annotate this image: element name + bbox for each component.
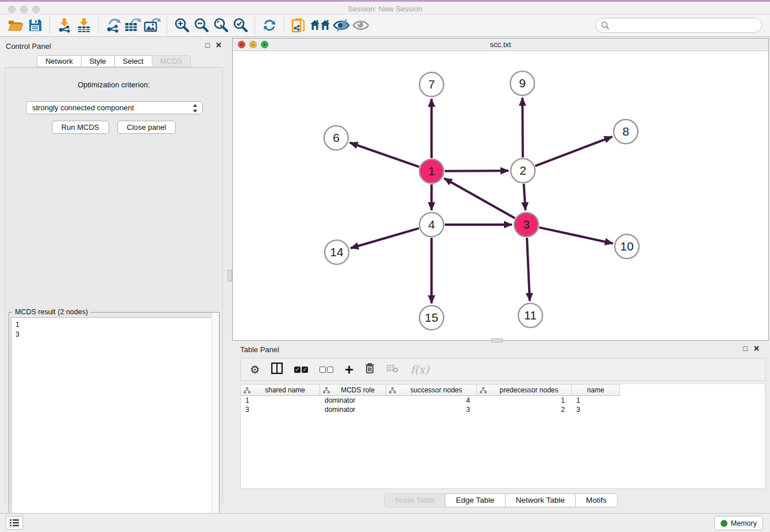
table-row[interactable]: 3 dominator 3 2 3 bbox=[241, 405, 765, 414]
mcds-panel: Optimization criterion: strongly connect… bbox=[5, 67, 223, 503]
duplicate-network-icon[interactable] bbox=[289, 16, 309, 34]
zoom-selected-icon[interactable] bbox=[230, 16, 250, 34]
graph-node-label-10: 10 bbox=[620, 240, 633, 253]
task-history-button[interactable] bbox=[6, 516, 23, 530]
tab-motifs[interactable]: Motifs bbox=[575, 494, 618, 507]
toolbar-separator bbox=[284, 17, 284, 34]
memory-button[interactable]: Memory bbox=[714, 516, 763, 530]
graph-edge-1-2[interactable] bbox=[445, 171, 509, 171]
run-mcds-button[interactable]: Run MCDS bbox=[52, 121, 109, 134]
graph-node-label-1: 1 bbox=[428, 164, 435, 178]
graph-node-label-9: 9 bbox=[519, 76, 526, 90]
search-field[interactable] bbox=[595, 18, 762, 33]
toolbar-separator bbox=[98, 17, 99, 34]
graph-edge-2-8[interactable] bbox=[536, 137, 613, 166]
toolbar-separator bbox=[49, 17, 50, 34]
open-session-icon[interactable] bbox=[6, 16, 25, 34]
graph-node-label-4: 4 bbox=[428, 218, 435, 231]
select-all-columns-icon[interactable]: ✓✓ bbox=[294, 367, 308, 373]
settings-gear-icon[interactable]: ⚙ bbox=[250, 363, 260, 376]
result-scrollbar[interactable] bbox=[211, 313, 219, 529]
show-columns-icon[interactable] bbox=[271, 363, 283, 376]
toolbar-separator bbox=[255, 17, 255, 34]
table-row[interactable]: 1 dominator 4 1 1 bbox=[241, 396, 765, 405]
close-panel-icon[interactable]: ✕ bbox=[215, 41, 222, 49]
first-neighbors-icon[interactable] bbox=[309, 16, 332, 34]
table-panel: Table Panel □ ✕ ⚙ ✓✓ + f(x) bbox=[232, 343, 770, 511]
tab-edge-table[interactable]: Edge Table bbox=[445, 494, 505, 507]
graph-edge-3-1[interactable] bbox=[444, 178, 515, 218]
hierarchy-icon bbox=[323, 387, 330, 394]
column-header-successor-nodes[interactable]: successor nodes bbox=[386, 384, 477, 396]
node-table[interactable]: shared name MCDS role successor nodes pr… bbox=[240, 384, 765, 489]
zoom-fit-icon[interactable] bbox=[211, 16, 230, 34]
network-view-window: ✕ − + scc.txt 7968124314101511 bbox=[232, 38, 769, 341]
graph-node-label-7: 7 bbox=[428, 78, 435, 91]
divider-grip-horizontal[interactable] bbox=[491, 338, 503, 342]
criterion-dropdown[interactable]: strongly connected component bbox=[26, 101, 203, 114]
hide-selected-icon[interactable] bbox=[332, 16, 351, 34]
network-window-titlebar[interactable]: ✕ − + scc.txt bbox=[233, 38, 768, 51]
show-all-icon[interactable] bbox=[351, 16, 371, 34]
divider-grip[interactable] bbox=[228, 270, 232, 282]
hierarchy-icon bbox=[480, 387, 487, 394]
network-canvas[interactable]: 7968124314101511 bbox=[233, 51, 768, 340]
add-column-icon[interactable]: + bbox=[345, 364, 353, 375]
table-header-row: shared name MCDS role successor nodes pr… bbox=[241, 384, 765, 396]
network-window-title: scc.txt bbox=[233, 40, 768, 49]
toolbar-separator bbox=[167, 17, 167, 34]
export-network-icon[interactable] bbox=[103, 16, 123, 34]
mcds-result-title: MCDS result (2 nodes) bbox=[13, 308, 90, 316]
status-bar: Memory bbox=[0, 513, 770, 532]
tab-network[interactable]: Network bbox=[37, 55, 81, 67]
zoom-out-icon[interactable] bbox=[191, 16, 211, 34]
column-header-mcds-role[interactable]: MCDS role bbox=[320, 384, 386, 396]
table-panel-title: Table Panel bbox=[240, 345, 279, 354]
close-panel-button[interactable]: Close panel bbox=[117, 121, 176, 134]
delete-table-icon bbox=[386, 364, 399, 375]
column-header-name[interactable]: name bbox=[572, 384, 620, 396]
delete-columns-icon[interactable] bbox=[365, 363, 375, 376]
control-panel: Control Panel □ ✕ Network Style Select M… bbox=[0, 37, 228, 506]
save-session-icon[interactable] bbox=[25, 16, 45, 34]
main-toolbar bbox=[0, 14, 770, 37]
mcds-result-text[interactable]: 1 3 bbox=[11, 317, 217, 527]
window-title: Session: New Session bbox=[0, 5, 770, 13]
tab-network-table[interactable]: Network Table bbox=[505, 494, 575, 507]
graph-node-label-14: 14 bbox=[330, 245, 344, 259]
graph-node-label-3: 3 bbox=[523, 218, 530, 231]
float-panel-icon[interactable]: □ bbox=[205, 41, 210, 49]
unselect-all-columns-icon[interactable] bbox=[319, 367, 333, 373]
graph-node-label-8: 8 bbox=[622, 125, 629, 138]
import-network-icon[interactable] bbox=[55, 16, 74, 34]
zoom-in-icon[interactable] bbox=[172, 16, 191, 34]
search-input[interactable] bbox=[613, 21, 761, 30]
export-table-icon[interactable] bbox=[123, 16, 143, 34]
graph-edge-3-11[interactable] bbox=[527, 238, 530, 301]
tab-node-table[interactable]: Node Table bbox=[384, 494, 445, 507]
graph-edge-2-9[interactable] bbox=[522, 98, 523, 157]
tab-select[interactable]: Select bbox=[114, 55, 152, 67]
tab-mcds[interactable]: MCDS bbox=[152, 55, 191, 67]
graph-node-label-6: 6 bbox=[333, 131, 340, 144]
import-table-icon[interactable] bbox=[74, 16, 94, 34]
graph-edge-1-6[interactable] bbox=[350, 142, 419, 167]
graph-node-label-15: 15 bbox=[425, 311, 438, 324]
control-panel-title: Control Panel bbox=[6, 42, 51, 51]
graph-node-label-2: 2 bbox=[519, 164, 526, 177]
close-table-panel-icon[interactable]: ✕ bbox=[753, 345, 760, 353]
tab-style[interactable]: Style bbox=[81, 55, 114, 67]
column-header-shared-name[interactable]: shared name bbox=[241, 384, 320, 396]
hierarchy-icon bbox=[389, 387, 396, 394]
graph-node-label-11: 11 bbox=[524, 309, 537, 322]
float-table-panel-icon[interactable]: □ bbox=[743, 345, 748, 353]
refresh-icon[interactable] bbox=[260, 16, 279, 34]
list-icon bbox=[9, 519, 20, 527]
memory-label: Memory bbox=[731, 519, 757, 527]
graph-edge-3-10[interactable] bbox=[539, 228, 613, 244]
export-image-icon[interactable] bbox=[143, 16, 162, 34]
column-header-predecessor-nodes[interactable]: predecessor nodes bbox=[477, 384, 572, 396]
application-window: Session: New Session bbox=[0, 0, 770, 532]
graph-edge-2-3[interactable] bbox=[523, 184, 525, 210]
graph-edge-4-14[interactable] bbox=[351, 228, 419, 248]
